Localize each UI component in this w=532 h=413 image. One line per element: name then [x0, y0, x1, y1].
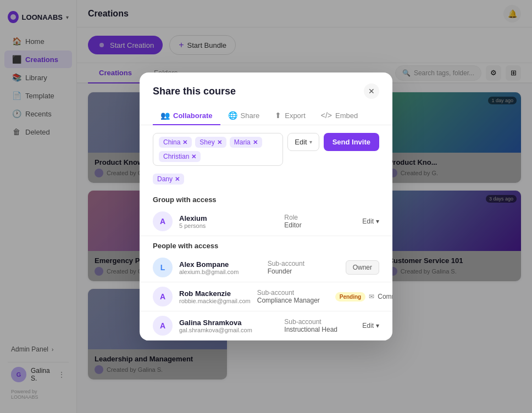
- group-role: Role Editor: [284, 214, 356, 229]
- tag-dany-remove-button[interactable]: ✕: [175, 176, 180, 183]
- group-role-label: Role: [284, 214, 356, 221]
- person-name-galina: Galina Shramkova: [179, 319, 278, 327]
- edit-chevron-galina: ▾: [376, 322, 379, 330]
- group-edit-button[interactable]: Edit ▾: [362, 217, 379, 225]
- group-edit-label: Edit: [362, 217, 374, 225]
- person-info-alex: Alex Bompane alexium.b@gmail.com: [179, 260, 261, 275]
- email-icon: ✉: [369, 293, 374, 300]
- tag-china-remove-button[interactable]: ✕: [182, 139, 187, 146]
- person-info-galina: Galina Shramkova gal.shramkova@gmail.com: [179, 319, 278, 333]
- person-action-rob[interactable]: Pending ✉ Comment ▾: [335, 292, 392, 302]
- person-account-role-galina: Instructional Head: [284, 326, 356, 333]
- person-role-galina: Sub-account Instructional Head: [284, 318, 356, 333]
- person-role-alex: Sub-account Founder: [268, 260, 339, 275]
- tag-china: China ✕: [159, 137, 192, 148]
- collaborate-label: Collaborate: [173, 111, 213, 120]
- group-avatar: A: [153, 211, 173, 231]
- person-row-galina: A Galina Shramkova gal.shramkova@gmail.c…: [140, 311, 392, 341]
- tag-christian-label: Christian: [163, 153, 189, 160]
- collaborate-icon: 👥: [160, 111, 170, 120]
- group-name: Alexium: [179, 214, 278, 222]
- owner-badge: Owner: [346, 260, 379, 275]
- tag-christian: Christian ✕: [159, 151, 201, 162]
- group-section-title: Group with access: [140, 190, 392, 207]
- invite-row: China ✕ Shey ✕ Maria ✕ Christian ✕ Edit: [140, 125, 392, 174]
- pending-badge: Pending: [335, 292, 365, 302]
- person-role-rob: Sub-account Compliance Manager: [257, 289, 329, 304]
- share-label: Share: [241, 111, 260, 120]
- person-account-label-alex: Sub-account: [268, 260, 339, 267]
- tag-shey-label: Shey: [199, 138, 214, 146]
- group-info: Alexium 5 persons: [179, 214, 278, 229]
- tab-collaborate[interactable]: 👥 Collaborate: [153, 107, 220, 125]
- tab-share[interactable]: 🌐 Share: [220, 107, 268, 125]
- embed-label: Embed: [335, 111, 358, 120]
- tag-maria-remove-button[interactable]: ✕: [253, 139, 258, 146]
- comment-label: Comment: [378, 293, 392, 300]
- modal-tabs: 👥 Collaborate 🌐 Share ⬆ Export </> Embed: [140, 107, 392, 125]
- permission-dropdown-icon: ▾: [309, 139, 312, 145]
- share-icon: 🌐: [228, 111, 237, 120]
- person-row-rob: A Rob Mackenzie robbie.mackie@gmail.com …: [140, 282, 392, 311]
- person-email-alex: alexium.b@gmail.com: [179, 269, 261, 275]
- tag-shey: Shey ✕: [195, 137, 226, 148]
- modal-overlay[interactable]: Share this course ✕ 👥 Collaborate 🌐 Shar…: [0, 0, 532, 413]
- person-action-galina[interactable]: Edit ▾: [362, 322, 379, 330]
- edit-label-galina: Edit: [362, 322, 374, 330]
- tag-christian-remove-button[interactable]: ✕: [191, 153, 196, 160]
- person-name-rob: Rob Mackenzie: [179, 289, 251, 298]
- comment-dropdown[interactable]: Comment ▾: [378, 293, 392, 300]
- permission-dropdown[interactable]: Edit ▾: [287, 133, 319, 151]
- person-avatar-galina: A: [153, 316, 173, 336]
- tags-input[interactable]: China ✕ Shey ✕ Maria ✕ Christian ✕: [153, 133, 283, 166]
- person-account-role-rob: Compliance Manager: [257, 297, 329, 304]
- edit-dropdown-galina[interactable]: Edit ▾: [362, 322, 379, 330]
- person-account-label-rob: Sub-account: [257, 289, 329, 297]
- people-section-title: People with access: [140, 236, 392, 253]
- dany-row: Dany ✕: [140, 174, 392, 190]
- export-label: Export: [285, 111, 306, 120]
- tag-maria: Maria ✕: [230, 137, 262, 148]
- group-role-value: Editor: [284, 221, 356, 229]
- person-account-role-alex: Founder: [268, 267, 339, 275]
- group-access-row: A Alexium 5 persons Role Editor Edit ▾: [140, 207, 392, 236]
- tag-maria-label: Maria: [234, 138, 251, 146]
- group-edit-chevron: ▾: [376, 217, 379, 225]
- modal-close-button[interactable]: ✕: [364, 83, 379, 99]
- tag-dany: Dany ✕: [153, 174, 184, 185]
- tag-china-label: China: [163, 138, 180, 146]
- permission-label: Edit: [295, 138, 307, 146]
- share-modal: Share this course ✕ 👥 Collaborate 🌐 Shar…: [140, 72, 392, 341]
- embed-icon: </>: [321, 111, 332, 120]
- tag-dany-label: Dany: [157, 175, 173, 183]
- person-row-alex: L Alex Bompane alexium.b@gmail.com Sub-a…: [140, 253, 392, 282]
- person-avatar-rob: A: [153, 287, 173, 306]
- person-avatar-alex: L: [153, 258, 173, 277]
- modal-title: Share this course: [153, 86, 236, 97]
- person-name-alex: Alex Bompane: [179, 260, 261, 269]
- export-icon: ⬆: [275, 111, 281, 120]
- modal-header: Share this course ✕: [140, 72, 392, 107]
- group-sub: 5 persons: [179, 222, 278, 229]
- tab-export[interactable]: ⬆ Export: [267, 107, 313, 125]
- person-action-alex[interactable]: Owner: [346, 260, 379, 275]
- send-invite-button[interactable]: Send Invite: [324, 133, 379, 151]
- person-email-galina: gal.shramkova@gmail.com: [179, 327, 278, 333]
- tag-shey-remove-button[interactable]: ✕: [217, 139, 222, 146]
- person-info-rob: Rob Mackenzie robbie.mackie@gmail.com: [179, 289, 251, 304]
- tab-embed[interactable]: </> Embed: [313, 107, 365, 125]
- person-email-rob: robbie.mackie@gmail.com: [179, 298, 251, 304]
- person-account-label-galina: Sub-account: [284, 318, 356, 326]
